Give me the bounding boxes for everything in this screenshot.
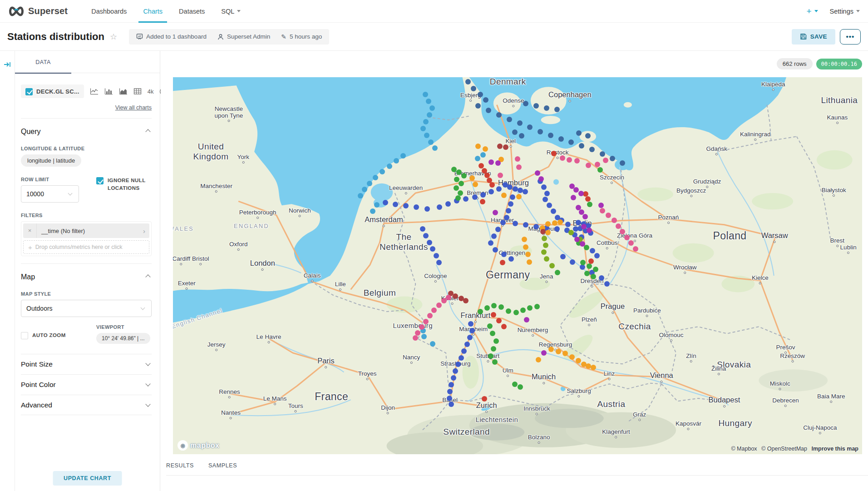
dashboard-count-badge[interactable]: Added to 1 dashboard (136, 33, 207, 40)
row-limit-label: ROW LIMIT (21, 177, 94, 182)
chevron-down-icon (145, 381, 150, 386)
filter-pill-time[interactable]: × __time (No filter) › (23, 223, 149, 238)
table-icon[interactable] (133, 88, 142, 95)
viz-type-row: DECK.GL SC... 4k (21, 84, 152, 98)
chevron-down-icon (145, 402, 150, 407)
mapbox-attribution-link[interactable]: © Mapbox (731, 446, 757, 452)
chart-area: 662 rows 00:00:00.16 (161, 51, 868, 491)
nav-sql[interactable]: SQL (217, 0, 245, 23)
row-count-badge: 662 rows (777, 58, 813, 69)
dashboard-icon (136, 33, 143, 40)
filter-drop-zone[interactable]: + Drop columns/metrics here or click (23, 240, 149, 254)
tab-data[interactable]: DATA (15, 51, 71, 73)
update-chart-button[interactable]: UPDATE CHART (53, 471, 122, 486)
point-size-section[interactable]: Point Size (21, 354, 152, 374)
floppy-disk-icon (800, 33, 807, 40)
chevron-down-icon (68, 191, 73, 195)
improve-map-link[interactable]: Improve this map (812, 446, 859, 452)
ignore-null-checkbox-row[interactable]: IGNORE NULL LOCATIONS (96, 177, 152, 192)
chevron-down-icon (145, 361, 150, 366)
infinity-logo-icon (8, 6, 25, 16)
save-button[interactable]: SAVE (792, 29, 835, 45)
tab-samples[interactable]: SAMPLES (208, 462, 237, 469)
page-title: Stations distribution (7, 31, 104, 43)
ignore-null-checkbox[interactable] (96, 177, 104, 184)
map-attribution: © Mapbox © OpenStreetMap Improve this ma… (731, 446, 858, 452)
tab-results[interactable]: RESULTS (166, 462, 194, 469)
collapse-panel-icon[interactable] (3, 61, 11, 70)
settings-menu[interactable]: Settings (830, 8, 860, 15)
results-panel: RESULTS SAMPLES (166, 462, 868, 476)
chart-meta: Added to 1 dashboard Superset Admin ✎ 5 … (129, 29, 329, 45)
filters-box: × __time (No filter) › + Drop columns/me… (21, 221, 152, 256)
query-section-header[interactable]: Query (21, 128, 152, 136)
more-options-button[interactable]: ••• (840, 29, 861, 45)
chevron-up-icon (145, 274, 150, 279)
line-chart-icon[interactable] (90, 88, 99, 95)
last-modified-badge[interactable]: ✎ 5 hours ago (281, 33, 322, 40)
person-icon (217, 34, 224, 40)
section-divider (21, 263, 152, 264)
lon-lat-value-pill[interactable]: longitude | latitude (21, 154, 81, 167)
viz-type-label: DECK.GL SC... (36, 88, 79, 95)
superset-explore-window: Superset Dashboards Charts Datasets SQL … (0, 0, 868, 491)
chart-header: Stations distribution ☆ Added to 1 dashb… (0, 23, 868, 51)
panel-tabbar: DATA (15, 51, 160, 73)
chevron-down-icon (141, 305, 145, 310)
mapbox-icon: ◉ (178, 440, 188, 451)
viewport-value-pill[interactable]: 10° 24' 49.86" | ... (96, 333, 150, 344)
nav-dashboards[interactable]: Dashboards (87, 0, 131, 23)
map-section-header[interactable]: Map (21, 273, 152, 281)
pencil-icon: ✎ (281, 33, 286, 40)
auto-zoom-checkbox-row[interactable]: AUTO ZOOM (21, 332, 94, 339)
map-style-label: MAP STYLE (21, 291, 152, 297)
favorite-star-icon[interactable]: ☆ (110, 32, 117, 42)
viz-checkbox (25, 88, 33, 95)
chevron-down-icon (814, 10, 818, 12)
chevron-down-icon (856, 10, 860, 12)
plus-icon: + (28, 243, 32, 251)
auto-zoom-checkbox[interactable] (21, 332, 28, 339)
new-item-button[interactable]: + (806, 6, 818, 16)
viz-type-4k[interactable]: 4k (148, 88, 154, 95)
osm-attribution-link[interactable]: © OpenStreetMap (761, 446, 807, 452)
brand-name: Superset (28, 6, 68, 16)
mapbox-logo[interactable]: ◉ mapbox (178, 440, 219, 451)
bar-chart-icon[interactable] (104, 88, 113, 95)
chevron-down-icon (237, 10, 241, 12)
owner-badge[interactable]: Superset Admin (217, 33, 270, 40)
map-background (173, 77, 862, 454)
view-all-charts-link[interactable]: View all charts (21, 104, 152, 111)
lon-lat-label: LONGITUDE & LATITUDE (21, 146, 152, 151)
nav-datasets[interactable]: Datasets (174, 0, 209, 23)
area-chart-icon[interactable] (119, 88, 128, 95)
chevron-right-icon: › (143, 227, 149, 235)
data-panel: DATA DECK.GL SC... 4k View all charts Qu… (15, 51, 160, 491)
advanced-section[interactable]: Advanced (21, 395, 152, 415)
map-style-select[interactable]: Outdoors (21, 300, 152, 317)
row-limit-select[interactable]: 10000 (21, 185, 79, 203)
results-divider (166, 475, 868, 476)
remove-filter-icon[interactable]: × (23, 223, 37, 238)
left-rail (0, 51, 15, 491)
chevron-up-icon (145, 129, 150, 134)
superset-logo[interactable]: Superset (8, 6, 68, 16)
viewport-label: VIEWPORT (96, 324, 152, 330)
viz-type-selected[interactable]: DECK.GL SC... (21, 84, 84, 98)
top-nav: Superset Dashboards Charts Datasets SQL … (0, 0, 868, 23)
filters-label: FILTERS (21, 213, 152, 218)
point-color-section[interactable]: Point Color (21, 374, 152, 395)
query-timer-badge: 00:00:00.16 (816, 59, 862, 69)
section-divider (21, 118, 152, 119)
nav-charts[interactable]: Charts (138, 0, 167, 23)
map-canvas[interactable]: United KingdomDenmarkLithuaniaThe Nether… (173, 77, 862, 454)
